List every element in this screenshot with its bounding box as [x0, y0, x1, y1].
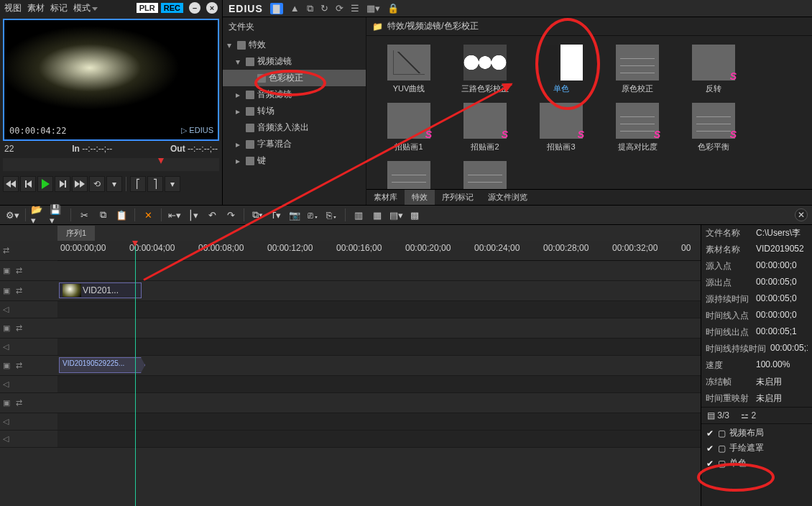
menu-material[interactable]: 素材	[27, 2, 45, 14]
property-row: 冻结帧未启用	[701, 374, 812, 390]
effect-card[interactable]: 三路色彩校正	[450, 43, 520, 96]
swap-icon[interactable]: ⇄	[16, 286, 26, 296]
timeline-toolbar: ⚙▾ 📂▾ 💾▾ ✂ ⧉ 📋 ✕ ⇤▾ ⎮▾ ↶ ↷ ⧉▾ T▾ 📷 ⎚▾ ⎘▾…	[0, 205, 812, 225]
snapshot-button[interactable]: 📷	[287, 207, 303, 223]
refresh-icon[interactable]: ↻	[320, 3, 328, 14]
swap-icon[interactable]: ⇄	[3, 246, 13, 256]
sequence-tab[interactable]: 序列1	[57, 226, 95, 241]
paste-button[interactable]: 📋	[114, 207, 129, 223]
swap-icon[interactable]: ⇄	[16, 361, 26, 371]
ripple-button[interactable]: ⇤▾	[167, 207, 183, 223]
breadcrumb-path: 特效/视频滤镜/色彩校正	[387, 20, 479, 32]
grid-icon[interactable]: ▦▾	[366, 3, 380, 14]
sync-icon[interactable]: ⟳	[336, 3, 343, 14]
copy-button[interactable]: ⧉	[95, 207, 111, 223]
panel-tabs: 素材库特效序列标记源文件浏览	[366, 189, 812, 205]
tree-item[interactable]: 色彩校正	[223, 70, 366, 86]
menu-mode[interactable]: 模式	[73, 2, 98, 14]
list-icon[interactable]: ☰	[351, 3, 359, 14]
copy-icon[interactable]: ⧉	[307, 3, 313, 14]
menu-mark[interactable]: 标记	[50, 2, 68, 14]
time-ruler[interactable]: 00:00:00;0000:00:04;0000:00:08;0000:00:1…	[57, 241, 701, 261]
swap-icon[interactable]: ⇄	[16, 398, 26, 408]
tab[interactable]: 源文件浏览	[481, 190, 535, 205]
undo-button[interactable]: ↶	[204, 207, 220, 223]
lock-icon[interactable]: 🔒	[387, 3, 399, 14]
menu-view[interactable]: 视图	[4, 2, 22, 14]
effect-card[interactable]: YUV曲线	[374, 43, 444, 96]
split-button[interactable]: ⎮▾	[185, 207, 201, 223]
export-button[interactable]: ⎘▾	[324, 207, 340, 223]
property-row: 源入点00:00:00;0	[701, 258, 812, 275]
more2-button[interactable]: ▾	[165, 176, 180, 192]
render-button[interactable]: ⎚▾	[305, 207, 321, 223]
effect-card[interactable]: S招贴画3	[526, 101, 596, 154]
tab[interactable]: 素材库	[366, 190, 405, 205]
tree-item[interactable]: ▾视频滤镜	[223, 53, 366, 70]
cut-button[interactable]: ✂	[76, 207, 92, 223]
effect-card[interactable]: S招贴画2	[450, 101, 520, 154]
playhead[interactable]	[135, 241, 136, 506]
delete-button[interactable]: ✕	[140, 207, 156, 223]
play-button[interactable]	[37, 176, 53, 192]
video-clip[interactable]: VID201...	[59, 282, 142, 298]
loop-button[interactable]: ⟲	[89, 176, 105, 192]
effect-card[interactable]: S提高对比度	[602, 101, 673, 154]
property-row: 源出点00:00:05;0	[701, 275, 812, 291]
tree-item[interactable]: ▸字幕混合	[223, 136, 366, 152]
in-point: In --:--:--;--	[72, 144, 112, 154]
effect-card[interactable]: S褐色2	[450, 160, 520, 189]
tab[interactable]: 序列标记	[435, 190, 481, 205]
swap-icon[interactable]: ⇄	[16, 323, 26, 334]
grid2-button[interactable]: ▦	[369, 207, 385, 223]
mark-out-button[interactable]: ⎤	[147, 176, 163, 192]
text-button[interactable]: T▾	[268, 207, 284, 223]
settings-button[interactable]: ⚙▾	[4, 207, 20, 223]
forward-button[interactable]	[72, 176, 88, 192]
tree-item[interactable]: ▸音频滤镜	[223, 86, 366, 103]
tree-item[interactable]: ▸转场	[223, 103, 366, 119]
timeline-tracks[interactable]: 00:00:00;0000:00:04;0000:00:08;0000:00:1…	[57, 241, 701, 506]
timecode-overlay: 00:00:04:22	[7, 125, 68, 137]
effect-card[interactable]: S招贴画1	[374, 101, 444, 154]
effect-card[interactable]: 原色校正	[602, 43, 673, 96]
open-button[interactable]: 📂▾	[31, 207, 47, 223]
effect-card[interactable]: S色彩平衡	[678, 101, 749, 154]
minimize-button[interactable]: –	[189, 2, 200, 14]
more-button[interactable]: ▾	[106, 176, 122, 192]
applied-effect-row[interactable]: ✔▢手绘遮罩	[706, 442, 808, 454]
swap-icon[interactable]: ⇄	[16, 266, 26, 276]
group-button[interactable]: ⧉▾	[249, 207, 265, 223]
grid1-button[interactable]: ▥	[351, 207, 366, 223]
tree-item[interactable]: 音频淡入淡出	[223, 119, 366, 136]
grid4-button[interactable]: ▩	[407, 207, 423, 223]
grid3-button[interactable]: ▤▾	[388, 207, 404, 223]
folder-icon[interactable]: ▇	[270, 3, 283, 14]
tab[interactable]: 特效	[405, 190, 435, 205]
properties-panel: 文件名称C:\Users\李素材名称VID2019052源入点00:00:00;…	[701, 225, 812, 506]
close-button[interactable]: ×	[206, 2, 218, 14]
save-button[interactable]: 💾▾	[50, 207, 65, 223]
panel-close-button[interactable]: ✕	[795, 208, 808, 221]
preview-panel: 视图 素材 标记 模式 PLR REC – × 00:00:04:22 ▷ ED…	[0, 0, 223, 205]
video-preview[interactable]: 00:00:04:22 ▷ EDIUS	[3, 19, 219, 141]
effect-card[interactable]: S反转	[678, 43, 749, 96]
applied-effect-row[interactable]: ✔▢视频布局	[706, 427, 808, 439]
property-row: 文件名称C:\Users\李	[701, 225, 812, 242]
rewind-button[interactable]	[3, 176, 19, 192]
up-arrow-icon[interactable]: ▲	[290, 3, 300, 14]
tree-item[interactable]: ▾特效	[223, 37, 366, 53]
audio-clip[interactable]: VID20190529225...	[59, 357, 145, 373]
effect-card[interactable]: 单色	[526, 43, 596, 96]
scrub-bar[interactable]	[3, 158, 219, 171]
effect-card[interactable]: S褐色1	[374, 160, 444, 189]
applied-effect-row[interactable]: ✔▢单色	[706, 457, 808, 469]
clip-thumbnail	[63, 284, 81, 297]
effects-browser-panel: EDIUS ▇ ▲ ⧉ ↻ ⟳ ☰ ▦▾ 🔒 文件夹 ▾特效▾视频滤镜色彩校正▸…	[223, 0, 812, 205]
tree-item[interactable]: ▸键	[223, 152, 366, 169]
redo-button[interactable]: ↷	[223, 207, 239, 223]
out-point: Out --:--:--;--	[170, 144, 218, 154]
step-fwd-button[interactable]	[55, 176, 70, 192]
mark-in-button[interactable]: ⎡	[130, 176, 146, 192]
step-back-button[interactable]	[20, 176, 36, 192]
